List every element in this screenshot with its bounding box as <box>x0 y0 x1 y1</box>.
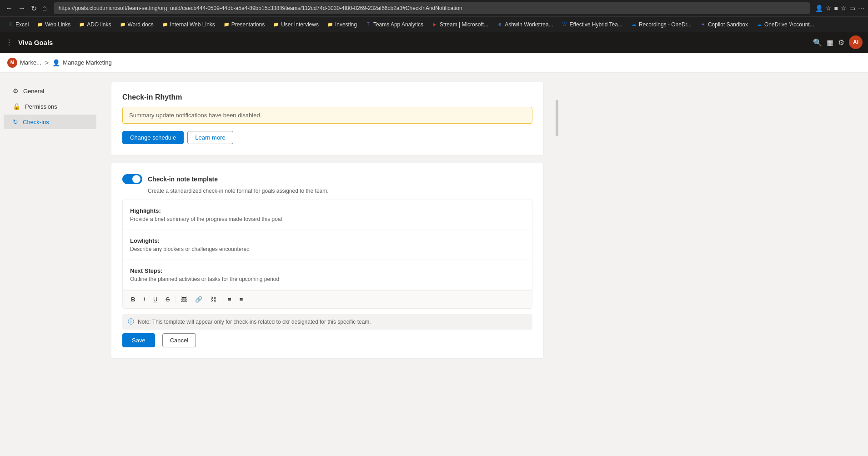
bookmark-stream[interactable]: ▶ Stream | Microsoft... <box>428 20 492 29</box>
numbered-list-button[interactable]: ≡ <box>237 294 246 305</box>
apps-icon[interactable]: ▦ <box>827 38 833 47</box>
bookmark-label: Investing <box>335 21 357 28</box>
team-name: Marke... <box>20 59 41 66</box>
more-icon[interactable]: ⋯ <box>858 5 864 12</box>
bookmark-label: Web Links <box>45 21 70 28</box>
content-area: Check-in Rhythm Summary update notificat… <box>100 73 555 456</box>
current-page-label: Manage Marketing <box>63 59 112 66</box>
nextsteps-hint: Outline the planned activities or tasks … <box>130 276 525 282</box>
checkin-rhythm-title: Check-in Rhythm <box>122 93 532 101</box>
bookmark-label: Copilot Sandbox <box>708 21 748 28</box>
lowlights-section: Lowlights: Describe any blockers or chal… <box>123 230 532 260</box>
extensions-icon[interactable]: ▭ <box>849 5 855 12</box>
highlights-title: Highlights: <box>130 207 525 214</box>
bullet-list-button[interactable]: ≡ <box>225 294 234 305</box>
bookmark-recordings[interactable]: ☁ Recordings - OneDr... <box>627 20 695 29</box>
bookmark-label: Presentations <box>231 21 265 28</box>
underline-button[interactable]: U <box>151 294 160 305</box>
back-icon[interactable]: ← <box>4 2 15 14</box>
image-button[interactable]: 🖼 <box>178 294 190 305</box>
nextsteps-section: Next Steps: Outline the planned activiti… <box>123 260 532 290</box>
home-icon[interactable]: ⌂ <box>40 2 49 14</box>
scrollbar-thumb[interactable] <box>556 100 558 136</box>
settings-icon: ⚙ <box>13 87 19 95</box>
note-info: ⓘ Note: This template will appear only f… <box>122 314 532 330</box>
bookmark-hybrid[interactable]: W Effective Hybrid Tea... <box>558 20 626 29</box>
bookmark-weblinks[interactable]: 📁 Web Links <box>33 20 74 29</box>
toggle-row: Check-in note template <box>122 174 532 184</box>
onedrive2-icon: ☁ <box>756 21 763 28</box>
bookmark-copilot[interactable]: ✦ Copilot Sandbox <box>696 20 752 29</box>
forward-icon[interactable]: → <box>16 2 27 14</box>
breadcrumb-team[interactable]: M Marke... <box>7 58 41 68</box>
bookmark-presentations[interactable]: 📁 Presentations <box>220 20 268 29</box>
scrollbar-track[interactable] <box>555 73 558 456</box>
bookmark-adolinks[interactable]: 📁 ADO links <box>75 20 115 29</box>
sidebar-item-checkins[interactable]: ↻ Check-ins <box>4 115 96 129</box>
collections-icon[interactable]: ■ <box>834 5 838 12</box>
star-icon[interactable]: ☆ <box>826 5 832 12</box>
toggle-description: Create a standardized check-in note form… <box>148 188 532 194</box>
browser-nav-icons: ← → ↻ ⌂ <box>4 2 49 15</box>
info-icon: ⓘ <box>128 318 134 326</box>
grid-icon[interactable]: ⋮ <box>5 38 13 47</box>
bold-button[interactable]: B <box>128 294 138 305</box>
address-bar[interactable]: https://goals.cloud.microsoft/team-setti… <box>54 2 810 14</box>
content-scroll-area: Check-in Rhythm Summary update notificat… <box>100 73 868 456</box>
bookmark-internallinks[interactable]: 📁 Internal Web Links <box>158 20 219 29</box>
breadcrumb-current: 👤 Manage Marketing <box>52 59 112 66</box>
folder-icon: 📁 <box>37 21 43 28</box>
link2-button[interactable]: ⛓ <box>208 294 219 305</box>
bookmark-ashwin[interactable]: e Ashwin Workstrea... <box>493 20 557 29</box>
favorites-icon[interactable]: ☆ <box>841 5 847 12</box>
bookmark-label: Teams App Analytics <box>373 21 423 28</box>
cancel-button[interactable]: Cancel <box>162 333 196 347</box>
bookmark-teams-analytics[interactable]: T Teams App Analytics <box>361 20 427 29</box>
bookmark-onedrive[interactable]: ☁ OneDrive 'Account... <box>753 20 818 29</box>
bookmark-excel[interactable]: X Excel <box>4 20 32 29</box>
folder-icon: 📁 <box>223 21 230 28</box>
toolbar-separator-2 <box>222 296 222 303</box>
strikethrough-button[interactable]: S <box>163 294 172 305</box>
user-avatar[interactable]: AI <box>849 35 863 49</box>
learn-more-button[interactable]: Learn more <box>187 131 233 144</box>
sidebar: ⚙ General 🔒 Permissions ↻ Check-ins <box>0 73 100 456</box>
bookmark-label: Stream | Microsoft... <box>440 21 488 28</box>
folder-icon: 📁 <box>273 21 279 28</box>
bookmark-userinterviews[interactable]: 📁 User Interviews <box>269 20 322 29</box>
search-icon[interactable]: 🔍 <box>813 38 822 47</box>
teams-icon: T <box>365 21 371 28</box>
template-editor: Highlights: Provide a brief summary of t… <box>122 200 532 309</box>
change-schedule-button[interactable]: Change schedule <box>122 131 184 144</box>
bookmarks-bar: X Excel 📁 Web Links 📁 ADO links 📁 Word d… <box>0 16 868 32</box>
checkin-note-toggle[interactable] <box>122 174 142 184</box>
editor-toolbar: B I U S 🖼 🔗 ⛓ ≡ ≡ <box>123 290 532 308</box>
toggle-label: Check-in note template <box>148 175 218 183</box>
checkin-note-card: Check-in note template Create a standard… <box>111 163 544 359</box>
refresh-icon: ↻ <box>13 118 18 125</box>
sidebar-item-permissions[interactable]: 🔒 Permissions <box>4 99 96 114</box>
italic-button[interactable]: I <box>140 294 148 305</box>
sidebar-item-general[interactable]: ⚙ General <box>4 84 96 98</box>
app-header: ⋮ Viva Goals 🔍 ▦ ⚙ AI <box>0 32 868 53</box>
bookmark-label: User Interviews <box>281 21 319 28</box>
bookmark-label: Excel <box>15 21 29 28</box>
team-avatar: M <box>7 58 17 68</box>
reload-icon[interactable]: ↻ <box>29 2 39 15</box>
app-title: Viva Goals <box>18 39 808 46</box>
checkin-rhythm-card: Check-in Rhythm Summary update notificat… <box>111 82 544 155</box>
edge-icon: e <box>497 21 503 28</box>
save-button[interactable]: Save <box>122 333 155 347</box>
bookmark-label: OneDrive 'Account... <box>764 21 814 28</box>
bookmark-worddocs[interactable]: 📁 Word docs <box>116 20 157 29</box>
bookmark-label: Internal Web Links <box>170 21 215 28</box>
profile-icon[interactable]: 👤 <box>815 5 823 12</box>
link-button[interactable]: 🔗 <box>192 294 205 305</box>
browser-bar: ← → ↻ ⌂ https://goals.cloud.microsoft/te… <box>0 0 868 16</box>
bookmark-label: ADO links <box>87 21 111 28</box>
bookmark-investing[interactable]: 📁 Investing <box>323 20 361 29</box>
sidebar-label-permissions: Permissions <box>25 103 57 110</box>
bookmark-label: Word docs <box>128 21 154 28</box>
settings-icon[interactable]: ⚙ <box>838 38 844 47</box>
lowlights-title: Lowlights: <box>130 237 525 244</box>
